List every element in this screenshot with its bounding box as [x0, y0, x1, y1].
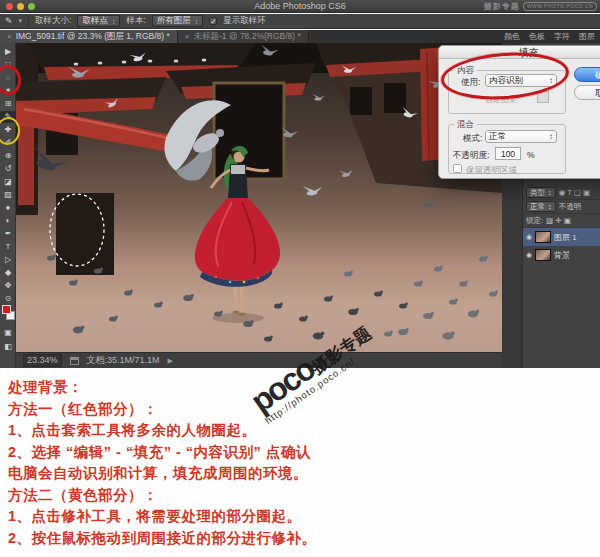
screenmode-icon[interactable]: ◧ [0, 341, 16, 353]
document-tab-inactive[interactable]: × 未标题-1 @ 78.2%(RGB/8) * [178, 30, 309, 43]
brush-tool-icon[interactable]: ✐ [0, 137, 16, 149]
quickmask-icon[interactable]: ▣ [0, 327, 16, 339]
eraser-tool-icon[interactable]: ◪ [0, 176, 16, 188]
move-tool-icon[interactable]: ▶ [0, 46, 16, 58]
toolbox: ▶ □ ◌ ✶ ⊞ ✎ ✚ ✐ ⊕ ↺ ◪ ▨ ● ◐ ✒ T ▷ ◆ ✥ ⊙ … [0, 43, 16, 368]
status-bar: 23.34% 文档:35.1M/71.1M ▶ [16, 352, 502, 368]
zoom-level-field[interactable]: 23.34% [23, 354, 62, 367]
document-photo [16, 43, 502, 352]
layer-name: 图层 1 [554, 232, 577, 243]
instruction-line: 1、点击修补工具，将需要处理的部分圈起。 [8, 506, 600, 528]
stepper-icon: ↕ [548, 188, 552, 197]
eye-icon[interactable]: ◉ [526, 233, 532, 241]
panel-tab-character[interactable]: 字符 [554, 31, 570, 42]
sample-layers-dropdown[interactable]: 所有图层 ↕ [152, 15, 204, 27]
opacity-label: 不透明度: [559, 202, 581, 212]
clone-stamp-tool-icon[interactable]: ⊕ [0, 150, 16, 162]
crop-tool-icon[interactable]: ⊞ [0, 98, 16, 110]
top-watermark-text: 摄影专题 [484, 1, 520, 12]
lasso-tool-icon[interactable]: ◌ [0, 72, 16, 84]
blend-group-label: 混合 [454, 119, 477, 131]
gradient-tool-icon[interactable]: ▨ [0, 189, 16, 201]
pattern-swatch [537, 91, 549, 103]
blur-tool-icon[interactable]: ● [0, 202, 16, 214]
preserve-transparency-label: 保留透明区域 [466, 165, 517, 177]
layer-filter-row: 类型 ↕ ◉ T ▢ ▣ [523, 186, 600, 200]
sample-layers-value: 所有图层 [157, 15, 191, 27]
layer-thumbnail[interactable] [535, 231, 551, 243]
eyedropper-tool-icon[interactable]: ✎ [0, 111, 16, 123]
sample-label: 样本: [126, 15, 145, 27]
layer-filter-icons[interactable]: ◉ T ▢ ▣ [559, 188, 590, 197]
foreground-color-swatch[interactable] [2, 305, 11, 314]
document-tab-label: 未标题-1 @ 78.2%(RGB/8) * [193, 31, 300, 43]
stepper-icon: ↕ [112, 18, 116, 25]
tool-preset-arrow-icon[interactable]: ▾ [19, 17, 23, 25]
type-tool-icon[interactable]: T [0, 241, 16, 253]
stepper-icon: ↕ [549, 76, 553, 85]
instruction-line: 2、选择 “编辑” - “填充” - “内容识别” 点确认 [8, 442, 600, 464]
lock-row: 锁定: ▨ ✛ ▣ [523, 214, 600, 228]
history-brush-tool-icon[interactable]: ↺ [0, 163, 16, 175]
lock-label: 锁定: [526, 216, 543, 226]
ok-button[interactable]: 确定 [574, 67, 600, 82]
path-select-tool-icon[interactable]: ▷ [0, 254, 16, 266]
opacity-unit: % [527, 150, 535, 160]
eye-icon[interactable]: ◉ [526, 251, 532, 259]
show-sampling-ring-label: 显示取样环 [223, 15, 266, 27]
preserve-transparency-checkbox[interactable] [453, 164, 462, 173]
top-watermark: 摄影专题 WWW.PHOTO.POCO.CN [484, 1, 597, 12]
panel-tab-swatches[interactable]: 色板 [529, 31, 545, 42]
sample-size-value: 取样点 [82, 15, 108, 27]
document-size-info: 文档:35.1M/71.1M [87, 354, 160, 367]
instruction-text-area: 处理背景： 方法一（红色部分）： 1、点击套索工具将多余的人物圈起。 2、选择 … [0, 368, 600, 557]
blend-mode-dropdown[interactable]: 正常 ↕ [526, 201, 556, 212]
layer-filter-label: 类型 [530, 188, 545, 198]
document-tab-active[interactable]: × IMG_5091.tif @ 23.3% (图层 1, RGB/8) * [0, 30, 178, 43]
cancel-button[interactable]: 取消 [574, 85, 600, 100]
instruction-line: 电脑会自动识别和计算，填充成周围的环境。 [8, 463, 600, 485]
layer-thumbnail[interactable] [535, 249, 551, 261]
document-tab-label: IMG_5091.tif @ 23.3% (图层 1, RGB/8) * [16, 31, 170, 43]
lock-icons[interactable]: ▨ ✛ ▣ [546, 216, 571, 225]
layer-row-background[interactable]: ◉ 背景 [523, 246, 600, 264]
panel-tab-color[interactable]: 颜色 [504, 31, 520, 42]
use-value: 内容识别 [489, 75, 523, 87]
close-tab-icon[interactable]: × [185, 32, 190, 41]
sample-size-dropdown[interactable]: 取样点 ↕ [77, 15, 120, 27]
close-tab-icon[interactable]: × [7, 32, 12, 41]
opacity-input[interactable]: 100 [495, 147, 521, 160]
opacity-label: 不透明度: [453, 150, 489, 162]
layer-row-layer1[interactable]: ◉ 图层 1 [523, 228, 600, 246]
panel-tab-layers[interactable]: 图层 [579, 31, 595, 42]
dodge-tool-icon[interactable]: ◐ [0, 215, 16, 227]
content-group-label: 内容 [454, 65, 477, 77]
layer-name: 背景 [554, 250, 570, 261]
scale-icon [70, 357, 79, 365]
healing-patch-tool-icon[interactable]: ✚ [0, 124, 16, 136]
stepper-icon: ↕ [549, 132, 553, 141]
document-canvas[interactable] [16, 43, 502, 352]
marquee-tool-icon[interactable]: □ [0, 59, 16, 71]
titlebar: Adobe Photoshop CS6 摄影专题 WWW.PHOTO.POCO.… [0, 0, 600, 13]
blend-mode-value: 正常 [530, 202, 545, 212]
custom-pattern-label: 自定图案: [485, 94, 519, 105]
instruction-line: 2、按住鼠标拖动到周围接近的部分进行修补。 [8, 528, 600, 550]
shape-tool-icon[interactable]: ◆ [0, 267, 16, 279]
layer-filter-dropdown[interactable]: 类型 ↕ [526, 187, 556, 198]
document-tab-bar: × IMG_5091.tif @ 23.3% (图层 1, RGB/8) * ×… [0, 30, 600, 43]
mode-dropdown[interactable]: 正常 ↕ [485, 130, 557, 143]
show-sampling-ring-checkbox[interactable]: ✓ [209, 17, 217, 25]
use-label: 使用: [461, 77, 480, 89]
instruction-line: 方法一（红色部分）： [8, 399, 600, 421]
instruction-line: 处理背景： [8, 377, 600, 399]
instruction-line: 方法二（黄色部分）： [8, 485, 600, 507]
status-options-arrow-icon[interactable]: ▶ [168, 357, 173, 365]
pen-tool-icon[interactable]: ✒ [0, 228, 16, 240]
instruction-line: 1、点击套索工具将多余的人物圈起。 [8, 420, 600, 442]
hand-tool-icon[interactable]: ✥ [0, 280, 16, 292]
options-separator [28, 16, 29, 27]
use-dropdown[interactable]: 内容识别 ↕ [485, 74, 557, 87]
zoom-tool-icon[interactable]: ⊙ [0, 293, 16, 305]
magic-wand-tool-icon[interactable]: ✶ [0, 85, 16, 97]
